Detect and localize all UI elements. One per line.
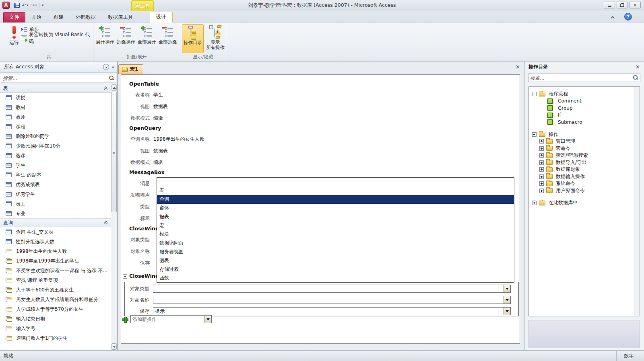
- tab-file[interactable]: 文件: [3, 12, 25, 23]
- nav-item-table[interactable]: 少数民族同学加10分: [0, 141, 111, 151]
- tab-external-data[interactable]: 外部数据: [70, 12, 102, 23]
- nav-pane-collapse-icon[interactable]: «: [111, 64, 115, 70]
- nav-item-table[interactable]: 删除姓张的同学: [0, 131, 111, 141]
- nav-item-table[interactable]: 学生: [0, 160, 111, 170]
- nav-item-query[interactable]: 1998年出生的女生人数: [0, 246, 111, 256]
- argument-value[interactable]: 编辑: [153, 115, 163, 122]
- nav-section-queries[interactable]: 查询: [0, 218, 111, 227]
- tree-node-actions[interactable]: 操作: [529, 131, 640, 138]
- collapse-node-icon[interactable]: [532, 132, 537, 137]
- action-catalog-button[interactable]: 操作目录: [182, 24, 204, 53]
- nav-item-query[interactable]: 选课门数大于1门的学生: [0, 333, 111, 343]
- tree-node-window-management[interactable]: 窗口管理: [529, 138, 640, 145]
- nav-item-query[interactable]: 大于等于600分的王姓女生: [0, 285, 111, 295]
- nav-item-query[interactable]: 男女生人数及入学成绩最高分和最低分: [0, 295, 111, 304]
- argument-value[interactable]: 数据表: [153, 103, 168, 110]
- nav-item-table[interactable]: 优秀学生: [0, 189, 111, 199]
- collapse-actions-button[interactable]: 折叠操作: [115, 24, 137, 53]
- expand-node-icon[interactable]: [539, 189, 544, 193]
- nav-item-table[interactable]: 优秀成绩表: [0, 180, 111, 189]
- nav-item-query[interactable]: 查找 课程 的重复项: [0, 275, 111, 285]
- expand-node-icon[interactable]: [539, 160, 544, 165]
- collapse-action-icon[interactable]: [123, 274, 127, 279]
- tree-node-data-entry[interactable]: 数据输入操作: [529, 173, 640, 180]
- tree-node-macro-commands[interactable]: 宏命令: [529, 145, 640, 152]
- nav-item-table[interactable]: 专业: [0, 209, 111, 218]
- help-button[interactable]: ?: [624, 13, 632, 21]
- dropdown-option[interactable]: 表: [157, 186, 514, 195]
- tree-node-filter-query-search[interactable]: 筛选/查询/搜索: [529, 152, 640, 159]
- add-new-action-combobox[interactable]: 添加新操作: [130, 315, 212, 323]
- nav-item-query[interactable]: 查询 学生_交叉表: [0, 227, 111, 237]
- nav-pane-menu-icon[interactable]: [103, 64, 109, 70]
- dropdown-option[interactable]: 服务器视图: [157, 248, 514, 256]
- collapse-all-button[interactable]: 全部折叠: [157, 24, 179, 53]
- restore-button[interactable]: [617, 2, 628, 8]
- expand-node-icon[interactable]: [539, 174, 544, 179]
- nav-item-table[interactable]: 讲授: [0, 93, 111, 103]
- argument-value[interactable]: 学生: [153, 92, 163, 98]
- nav-section-tables[interactable]: 表: [0, 84, 111, 93]
- dropdown-option[interactable]: 报表: [157, 212, 514, 221]
- macro-action-name[interactable]: MessageBox: [129, 169, 165, 175]
- catalog-search-input[interactable]: [528, 74, 633, 81]
- expand-node-icon[interactable]: [539, 153, 544, 158]
- scroll-down-button[interactable]: [111, 343, 117, 350]
- tab-design[interactable]: 设计: [150, 12, 173, 23]
- nav-item-table[interactable]: 选课: [0, 151, 111, 160]
- nav-item-query[interactable]: 输入学号: [0, 324, 111, 333]
- save-combobox[interactable]: 提示: [153, 307, 511, 315]
- dropdown-arrow-icon[interactable]: [504, 285, 510, 292]
- nav-item-table[interactable]: 教师: [0, 112, 111, 122]
- dropdown-option[interactable]: 宏: [157, 221, 514, 230]
- catalog-tree-scrollbar[interactable]: [634, 87, 640, 316]
- search-icon[interactable]: [633, 75, 638, 80]
- tree-item-group[interactable]: Group: [529, 105, 640, 112]
- nav-item-query[interactable]: 输入结束日期: [0, 314, 111, 324]
- dropdown-option[interactable]: 窗体: [157, 204, 514, 213]
- dropdown-option[interactable]: 函数: [157, 274, 514, 283]
- show-all-actions-button[interactable]: 显示 所有操作: [204, 24, 226, 53]
- expand-actions-button[interactable]: 展开操作: [94, 24, 116, 53]
- tree-node-data-import-export[interactable]: 数据导入/导出: [529, 159, 640, 166]
- expand-node-icon[interactable]: [539, 167, 544, 172]
- tree-item-comment[interactable]: Comment: [529, 98, 640, 105]
- nav-item-query[interactable]: 入学成绩大于等于570分的女生: [0, 304, 111, 314]
- expand-node-icon[interactable]: [539, 139, 544, 144]
- collapse-ribbon-button[interactable]: [609, 14, 617, 21]
- tree-item-if[interactable]: If: [529, 112, 640, 119]
- nav-scrollbar[interactable]: [111, 84, 117, 350]
- dropdown-option[interactable]: 图表: [157, 256, 514, 265]
- tree-item-submacro[interactable]: Submacro: [529, 119, 640, 126]
- macro-document-tab[interactable]: 宏1: [118, 64, 143, 74]
- tree-node-program-flow[interactable]: 程序流程: [529, 90, 640, 98]
- object-name-combobox[interactable]: [153, 296, 511, 304]
- collapse-node-icon[interactable]: [532, 92, 537, 96]
- nav-item-table[interactable]: 教材: [0, 103, 111, 112]
- dropdown-option[interactable]: 数据访问页: [157, 239, 514, 248]
- nav-item-table[interactable]: 学生 的副本: [0, 170, 111, 180]
- macro-action-name[interactable]: OpenTable: [129, 81, 159, 87]
- close-pane-icon[interactable]: ×: [635, 64, 640, 70]
- object-type-combobox[interactable]: [153, 285, 511, 293]
- expand-node-icon[interactable]: [539, 146, 544, 151]
- selected-action-block[interactable]: 对象类型 对象名称 保存: [124, 282, 519, 316]
- scrollbar-thumb[interactable]: [111, 92, 117, 212]
- convert-to-vb-button[interactable]: 将宏转换为 Visual Basic 代码: [19, 34, 93, 43]
- tree-node-system-commands[interactable]: 系统命令: [529, 180, 640, 187]
- macro-action-name[interactable]: OpenQuery: [129, 125, 161, 131]
- argument-value[interactable]: 数据表: [153, 148, 168, 154]
- close-document-button[interactable]: ×: [515, 64, 520, 70]
- macro-canvas[interactable]: OpenTable 表名称学生 视图数据表 数据模式编辑 OpenQuery 查…: [121, 74, 520, 344]
- close-button[interactable]: ×: [630, 2, 641, 8]
- tree-node-database-objects[interactable]: 数据库对象: [529, 166, 640, 173]
- argument-value[interactable]: 1998年出生的女生人数: [153, 136, 204, 143]
- expand-all-button[interactable]: 全部展开: [136, 24, 158, 53]
- nav-item-query[interactable]: 性别分组选课人数: [0, 237, 111, 246]
- expand-node-icon[interactable]: [532, 201, 537, 205]
- dropdown-arrow-icon[interactable]: [204, 316, 211, 323]
- nav-item-table[interactable]: 员工: [0, 199, 111, 209]
- expand-node-icon[interactable]: [539, 181, 544, 186]
- dropdown-option-selected[interactable]: 查询: [157, 195, 514, 204]
- nav-item-query[interactable]: 不受学生欢迎的课程——课程 与 选课 不...: [0, 266, 111, 275]
